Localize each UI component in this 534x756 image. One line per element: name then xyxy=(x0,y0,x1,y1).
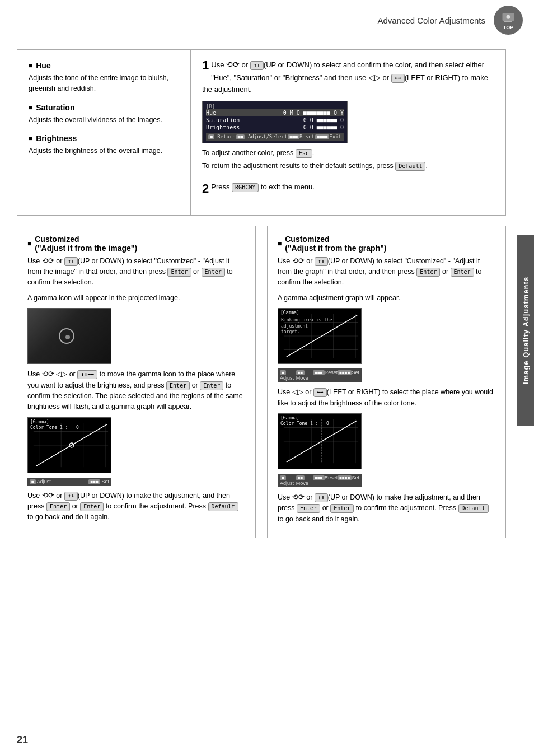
bottom-section: Customized("Adjust it from the image") U… xyxy=(17,226,506,538)
hue-text: Adjusts the tone of the entire image to … xyxy=(29,73,179,94)
menu-row-hue: Hue0 M O ■■■■■■■■ O Y xyxy=(206,109,344,116)
gamma-graph-image3: [Gamma]Color Tone 1 : 0 xyxy=(278,413,362,469)
top-label: TOP xyxy=(503,25,513,30)
step1-note1: To adjust another color, press Esc. xyxy=(202,148,494,158)
saturation-heading: Saturation xyxy=(29,103,179,112)
menu-row-saturation: Saturation0 O ■■■■■■ O xyxy=(206,116,344,124)
customized-image-text2: A gamma icon will appear in the projecte… xyxy=(27,293,245,304)
bottom-right-panel: Customized("Adjust it from the graph") U… xyxy=(267,226,506,538)
step1-note2: To return the adjustment results to thei… xyxy=(202,161,494,171)
brightness-text: Adjusts the brightness of the overall im… xyxy=(29,146,179,156)
rgbcmy-key: RGBCMY xyxy=(232,183,259,192)
menu-screenshot: [R] Hue0 M O ■■■■■■■■ O Y Saturation0 O … xyxy=(202,101,348,143)
svg-rect-1 xyxy=(504,21,512,22)
step1-number: 1 xyxy=(202,59,209,72)
default-key: Default xyxy=(395,162,425,171)
step2-number: 2 xyxy=(202,183,209,195)
esc-key: Esc xyxy=(296,149,312,158)
customized-graph-text2: A gamma adjustment graph will appear. xyxy=(278,293,495,304)
main-content: Hue Adjusts the tone of the entire image… xyxy=(0,38,534,544)
gamma-bar-graph1: ■ Adjust ■■ Move ■■■Reset ■■■■Set xyxy=(278,368,362,382)
step1-content: Use ⟲⟳ or ⬆⬇(UP or DOWN) to select and c… xyxy=(202,58,494,95)
customized-image-text4: Use ⟲⟳ or ⬆⬇(UP or DOWN) to make the adj… xyxy=(27,490,245,523)
bottom-left-panel: Customized("Adjust it from the image") U… xyxy=(17,226,256,538)
hue-heading: Hue xyxy=(29,61,179,70)
page-number: 21 xyxy=(17,734,28,746)
step2-content: Press RGBCMY to exit the menu. xyxy=(202,181,494,193)
customized-image-text1: Use ⟲⟳ or ⬆⬇(UP or DOWN) to select "Cust… xyxy=(27,255,245,288)
svg-point-2 xyxy=(507,15,510,19)
customized-graph-text3: Use ◁▷ or ⬅➡(LEFT or RIGHT) to select th… xyxy=(278,386,495,409)
menu-bar: ■ Return ■■ Adjust/Select ■■■Reset ■■■■E… xyxy=(206,133,344,141)
brightness-heading: Brightness xyxy=(29,134,179,143)
gamma-bar1: ■ Adjust ■■■ Set xyxy=(27,478,111,486)
customized-graph-heading: Customized("Adjust it from the graph") xyxy=(278,235,495,253)
header: Advanced Color Adjustments TOP xyxy=(0,0,534,38)
customized-graph-text1: Use ⟲⟳ or ⬆⬇(UP or DOWN) to select "Cust… xyxy=(278,255,495,288)
top-section: Hue Adjusts the tone of the entire image… xyxy=(17,49,506,216)
left-column: Hue Adjusts the tone of the entire image… xyxy=(17,50,191,215)
menu-row-brightness: Brightness0 O ■■■■■■ O xyxy=(206,124,344,131)
customized-image-text3: Use ⟲⟳ ◁▷ or ⬆⬇⬅➡ to move the gamma icon… xyxy=(27,368,245,413)
gamma-graph-image2: [Gamma] Binking area is the adjustmentta… xyxy=(278,308,362,364)
projected-image xyxy=(27,308,111,364)
gamma-graph-image1: [Gamma]Color Tone 1 : 0 xyxy=(27,417,111,473)
top-icon[interactable]: TOP xyxy=(494,6,523,35)
sidebar-label: Image Quality Adjustments xyxy=(517,235,534,426)
step2-block: 2 Press RGBCMY to exit the menu. xyxy=(202,181,494,199)
gamma-bar-graph2: ■ Adjust ■■ Move ■■■Reset ■■■■Set xyxy=(278,474,362,487)
customized-image-heading: Customized("Adjust it from the image") xyxy=(27,235,245,253)
customized-graph-text4: Use ⟲⟳ or ⬆⬇(UP or DOWN) to make the adj… xyxy=(278,492,495,525)
saturation-text: Adjusts the overall vividness of the ima… xyxy=(29,115,179,125)
step1-block: 1 Use ⟲⟳ or ⬆⬇(UP or DOWN) to select and… xyxy=(202,58,494,174)
right-column: 1 Use ⟲⟳ or ⬆⬇(UP or DOWN) to select and… xyxy=(191,50,505,215)
page-title: Advanced Color Adjustments xyxy=(377,16,485,25)
